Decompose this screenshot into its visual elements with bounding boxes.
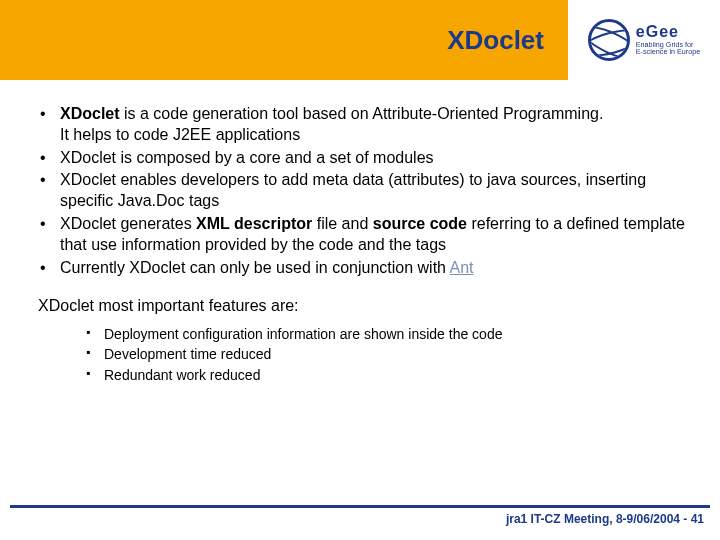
- logo-tagline-2: E-science in Europe: [636, 48, 700, 56]
- feature-text: Deployment configuration information are…: [104, 326, 502, 342]
- feature-item: Redundant work reduced: [86, 366, 690, 384]
- bullet-text: It helps to code J2EE applications: [60, 126, 300, 143]
- bullet-bold: source code: [373, 215, 467, 232]
- bullet-text: Currently XDoclet can only be used in co…: [60, 259, 450, 276]
- features-intro: XDoclet most important features are:: [30, 296, 690, 317]
- logo-name: eGee: [636, 24, 700, 41]
- bullet-text: XDoclet enables developers to add meta d…: [60, 171, 646, 209]
- feature-item: Development time reduced: [86, 345, 690, 363]
- slide-header: XDoclet eGee Enabling Grids for E-scienc…: [0, 0, 720, 80]
- bullet-text: is a code generation tool based on Attri…: [120, 105, 604, 122]
- logo-text: eGee Enabling Grids for E-science in Eur…: [636, 24, 700, 56]
- bullet-bold: XDoclet: [60, 105, 120, 122]
- bullet-bold: XML descriptor: [196, 215, 312, 232]
- bullet-text: file and: [312, 215, 372, 232]
- logo: eGee Enabling Grids for E-science in Eur…: [568, 0, 720, 80]
- slide-footer: jra1 IT-CZ Meeting, 8-9/06/2004 - 41: [0, 505, 720, 526]
- feature-list: Deployment configuration information are…: [30, 325, 690, 384]
- bullet-text: XDoclet generates: [60, 215, 196, 232]
- footer-text: jra1 IT-CZ Meeting, 8-9/06/2004 - 41: [10, 512, 710, 526]
- main-bullet-list: XDoclet is a code generation tool based …: [30, 104, 690, 278]
- bullet-item: XDoclet generates XML descriptor file an…: [38, 214, 690, 256]
- feature-text: Redundant work reduced: [104, 367, 260, 383]
- bullet-item: XDoclet enables developers to add meta d…: [38, 170, 690, 212]
- feature-text: Development time reduced: [104, 346, 271, 362]
- footer-meeting: jra1 IT-CZ Meeting, 8-9/06/2004 -: [506, 512, 691, 526]
- ant-link[interactable]: Ant: [450, 259, 474, 276]
- logo-icon: [588, 19, 630, 61]
- slide-body: XDoclet is a code generation tool based …: [0, 80, 720, 384]
- feature-item: Deployment configuration information are…: [86, 325, 690, 343]
- title-bar: XDoclet: [0, 0, 568, 80]
- bullet-item: XDoclet is a code generation tool based …: [38, 104, 690, 146]
- footer-page: 41: [691, 512, 704, 526]
- bullet-item: XDoclet is composed by a core and a set …: [38, 148, 690, 169]
- bullet-text: XDoclet is composed by a core and a set …: [60, 149, 434, 166]
- bullet-item: Currently XDoclet can only be used in co…: [38, 258, 690, 279]
- footer-divider: [10, 505, 710, 508]
- slide-title: XDoclet: [447, 25, 544, 56]
